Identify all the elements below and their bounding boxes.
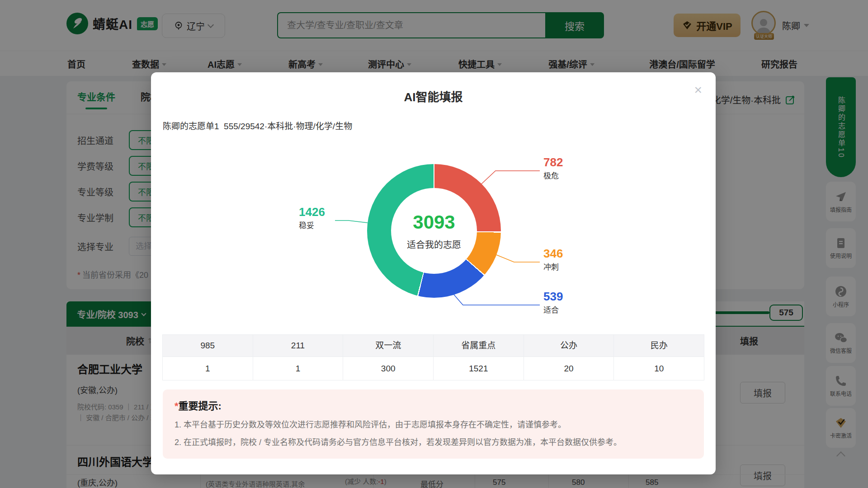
stats-header: 民办 — [614, 335, 704, 357]
stats-header-row: 985 211 双一流 省属重点 公办 民办 — [163, 335, 704, 357]
notice-title: *重要提示: — [175, 398, 692, 412]
stats-header: 双一流 — [343, 335, 434, 357]
modal-subtitle: 陈卿的志愿单1 555/29542·本科批·物理/化学/生物 — [163, 119, 352, 131]
ai-fill-modal: AI智能填报 × 陈卿的志愿单1 555/29542·本科批·物理/化学/生物 … — [151, 72, 716, 474]
close-icon[interactable]: × — [694, 83, 702, 97]
stats-header: 省属重点 — [434, 335, 524, 357]
donut-center-caption: 适合我的志愿 — [407, 238, 461, 251]
stats-value: 1 — [253, 357, 344, 380]
donut-center-value: 3093 — [413, 211, 455, 233]
page: 蜻蜓AI 志愿 辽宁 搜索 开通VIP — [0, 0, 868, 488]
segment-label-extreme-risk: 782 极危 — [543, 156, 563, 180]
important-notice-box: *重要提示: 1. 本平台基于历史分数及等效位次进行志愿推荐和风险评估，由于志愿… — [163, 389, 704, 459]
stats-header: 公办 — [524, 335, 614, 357]
stats-value: 1521 — [434, 357, 524, 380]
stats-value: 10 — [614, 357, 704, 380]
stats-value: 300 — [343, 357, 434, 380]
segment-label-fit: 539 适合 — [543, 291, 563, 314]
notice-line-1: 1. 本平台基于历史分数及等效位次进行志愿推荐和风险评估，由于志愿填报本身存在不… — [175, 418, 692, 430]
stats-value: 20 — [524, 357, 614, 380]
notice-line-2: 2. 在正式填报时，院校 / 专业名称及代码请务必与官方信息平台核对，若发现差异… — [175, 436, 692, 447]
modal-title: AI智能填报 — [151, 88, 716, 104]
stats-value-row: 1 1 300 1521 20 10 — [163, 357, 704, 380]
donut-center: 3093 适合我的志愿 — [391, 188, 477, 274]
segment-label-reach: 346 冲刺 — [543, 248, 563, 271]
college-type-stats-table: 985 211 双一流 省属重点 公办 民办 1 1 300 1521 20 1… — [162, 334, 704, 380]
stats-value: 1 — [163, 357, 253, 380]
stats-header: 985 — [163, 335, 253, 357]
segment-label-safe: 1426 稳妥 — [299, 206, 325, 230]
stats-header: 211 — [253, 335, 344, 357]
